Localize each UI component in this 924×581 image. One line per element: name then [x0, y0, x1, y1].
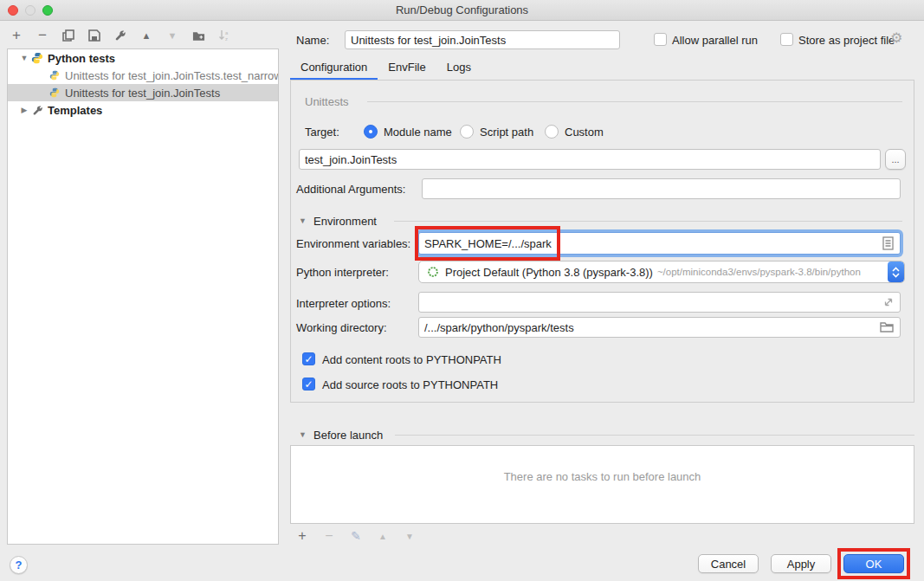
help-button[interactable]: ?	[10, 556, 28, 574]
before-launch-section-label: Before launch	[313, 429, 383, 442]
python-test-icon	[48, 87, 61, 99]
annotation-highlight-ok-button	[837, 548, 910, 579]
environment-variables-label: Environment variables:	[296, 237, 410, 250]
target-label: Target:	[305, 126, 339, 139]
apply-button[interactable]: Apply	[771, 554, 831, 573]
add-content-roots-label: Add content roots to PYTHONPATH	[322, 353, 501, 366]
add-source-roots-label: Add source roots to PYTHONPATH	[322, 378, 498, 391]
python-interpreter-label: Python interpreter:	[296, 266, 389, 279]
copy-configuration-icon[interactable]	[61, 28, 76, 43]
edit-task-pencil-icon: ✎	[348, 528, 364, 544]
svg-text:z: z	[225, 36, 228, 42]
working-directory-input[interactable]	[418, 317, 901, 338]
tree-item-unittests-jointests-selected[interactable]: Unittests for test_join.JoinTests	[8, 84, 278, 101]
tab-label: Configuration	[300, 61, 367, 74]
before-launch-task-list: There are no tasks to run before launch	[290, 445, 914, 524]
interpreter-dropdown-stepper-icon[interactable]	[888, 261, 904, 282]
name-label: Name:	[296, 34, 329, 47]
title-bar: Run/Debug Configurations	[0, 0, 924, 21]
tab-envfile[interactable]: EnvFile	[378, 57, 436, 80]
before-launch-toolbar: + − ✎ ▲ ▼	[294, 528, 417, 544]
browse-folder-icon[interactable]	[880, 321, 894, 335]
additional-arguments-label: Additional Arguments:	[296, 183, 405, 196]
store-as-project-file-label: Store as project file	[798, 34, 895, 47]
env-variables-browse-icon[interactable]	[882, 236, 895, 253]
tree-item-label: Templates	[48, 104, 102, 117]
tree-item-templates[interactable]: ▶ Templates	[8, 101, 278, 119]
radio-script-path-label[interactable]: Script path	[480, 126, 533, 139]
interpreter-options-input[interactable]	[418, 292, 901, 313]
new-folder-icon[interactable]	[191, 28, 206, 43]
section-divider	[394, 221, 902, 222]
cancel-button[interactable]: Cancel	[698, 554, 759, 573]
configurations-toolbar: + − ▲ ▼ az	[9, 26, 232, 45]
add-source-roots-checkbox[interactable]: ✓	[302, 378, 315, 391]
conda-environment-icon	[426, 265, 440, 279]
store-options-gear-icon[interactable]: ⚙	[890, 29, 902, 46]
radio-module-name[interactable]	[364, 125, 378, 139]
radio-module-name-label[interactable]: Module name	[384, 126, 452, 139]
python-icon	[30, 51, 44, 65]
working-directory-label: Working directory:	[296, 321, 387, 334]
annotation-highlight-env-variables	[415, 226, 560, 261]
move-down-icon: ▼	[165, 28, 180, 43]
store-as-project-file-checkbox[interactable]	[780, 33, 793, 46]
target-input[interactable]	[299, 149, 881, 170]
templates-wrench-icon	[30, 103, 44, 117]
section-divider	[395, 435, 914, 436]
task-move-down-icon: ▼	[402, 528, 417, 544]
disclosure-collapsed-icon[interactable]: ▶	[18, 106, 30, 114]
task-move-up-icon: ▲	[375, 528, 391, 544]
browse-target-button[interactable]: ...	[885, 149, 906, 170]
tab-label: EnvFile	[388, 61, 425, 74]
svg-text:a: a	[225, 30, 229, 36]
remove-configuration-button[interactable]: −	[35, 28, 50, 43]
name-input[interactable]	[345, 30, 620, 49]
tree-item-label: Unittests for test_join.JoinTests	[65, 87, 220, 100]
add-configuration-button[interactable]: +	[9, 28, 24, 43]
tree-item-unittests-test-narrow[interactable]: Unittests for test_join.JoinTests.test_n…	[8, 67, 278, 84]
unittests-section-label: Unittests	[305, 95, 349, 108]
configurations-tree: ▼ Python tests Unittests for test_join.J…	[7, 48, 279, 545]
python-test-icon	[48, 69, 61, 81]
environment-collapse-icon[interactable]: ▼	[299, 216, 307, 225]
tab-label: Logs	[447, 61, 471, 74]
edit-templates-wrench-icon[interactable]	[113, 28, 128, 43]
tree-item-python-tests[interactable]: ▼ Python tests	[8, 49, 278, 67]
allow-parallel-run-checkbox[interactable]	[654, 33, 667, 46]
empty-tasks-message: There are no tasks to run before launch	[291, 470, 914, 483]
save-configuration-icon[interactable]	[87, 28, 102, 43]
radio-script-path[interactable]	[460, 125, 474, 139]
add-content-roots-checkbox[interactable]: ✓	[302, 352, 315, 365]
python-interpreter-value: Project Default (Python 3.8 (pyspark-3.8…	[445, 266, 653, 279]
radio-custom-label[interactable]: Custom	[565, 126, 604, 139]
move-up-icon[interactable]: ▲	[139, 28, 154, 43]
tree-item-label: Unittests for test_join.JoinTests.test_n…	[65, 69, 278, 82]
environment-section-label: Environment	[313, 215, 377, 228]
section-divider	[367, 101, 902, 102]
tab-logs[interactable]: Logs	[436, 57, 481, 80]
python-interpreter-path: ~/opt/miniconda3/envs/pyspark-3.8/bin/py…	[657, 267, 861, 277]
window-title: Run/Debug Configurations	[0, 3, 924, 16]
tab-configuration[interactable]: Configuration	[290, 57, 378, 80]
disclosure-expanded-icon[interactable]: ▼	[18, 54, 30, 62]
radio-custom[interactable]	[545, 125, 559, 139]
additional-arguments-input[interactable]	[422, 178, 901, 199]
add-task-button[interactable]: +	[294, 528, 310, 544]
interpreter-options-label: Interpreter options:	[296, 297, 391, 310]
tree-item-label: Python tests	[48, 52, 115, 65]
sort-alphabetically-icon: az	[216, 28, 232, 43]
run-debug-configurations-dialog: Run/Debug Configurations + − ▲ ▼ az ▼ Py	[0, 0, 924, 581]
before-launch-collapse-icon[interactable]: ▼	[299, 430, 307, 439]
python-interpreter-select[interactable]: Project Default (Python 3.8 (pyspark-3.8…	[418, 261, 905, 283]
remove-task-button: −	[321, 528, 337, 544]
configuration-tabs: Configuration EnvFile Logs	[290, 57, 481, 80]
allow-parallel-run-label: Allow parallel run	[672, 34, 758, 47]
expand-field-icon[interactable]	[882, 296, 895, 311]
